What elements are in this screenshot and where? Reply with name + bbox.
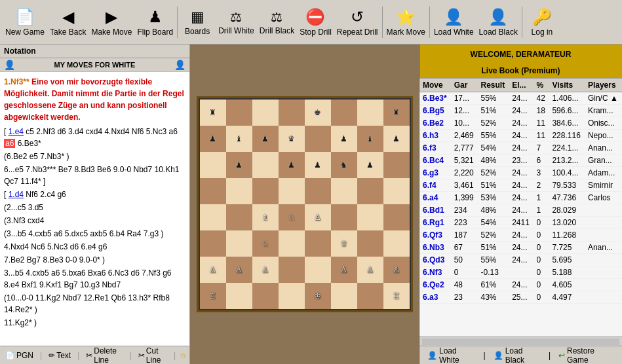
cell-4-4[interactable]: ♙ (305, 204, 331, 230)
cell-2-1[interactable]: ♟ (226, 152, 252, 178)
table-row[interactable]: 6.Rg122354%2411013.020 (419, 217, 622, 229)
table-cell-15-0[interactable]: 6.Qe2 (419, 279, 451, 291)
cell-2-4[interactable]: ♟ (305, 152, 331, 178)
table-row[interactable]: 6.f32,77754%24...7224.1...Anan... (419, 142, 622, 155)
cell-7-7[interactable]: ♖ (383, 283, 410, 309)
cell-0-6[interactable] (357, 100, 383, 126)
cell-5-1[interactable] (226, 230, 252, 257)
cell-2-0[interactable] (200, 152, 226, 178)
cell-4-3[interactable]: ♘ (279, 204, 305, 230)
cell-1-2[interactable]: ♟ (252, 126, 279, 152)
cell-5-2[interactable]: ♘ (252, 230, 279, 257)
moves-table[interactable]: Move Gar Result El... % Visits Players 6… (419, 79, 622, 337)
flip-board-button[interactable]: ♟ Flip Board (134, 7, 176, 38)
boards-button[interactable]: ▦ Boards (179, 7, 216, 37)
cell-5-0[interactable] (200, 230, 226, 257)
delete-line-button[interactable]: ✂ Delete Line (83, 345, 125, 365)
table-cell-8-0[interactable]: 6.a4 (419, 192, 451, 204)
cell-5-7[interactable] (383, 230, 410, 257)
cell-3-6[interactable] (357, 178, 383, 204)
table-row[interactable]: 6.Be210...52%24...11384.6...Onisc... (419, 117, 622, 130)
cell-4-2[interactable]: ♗ (252, 204, 279, 230)
right-load-black-button[interactable]: 👤 Load Black (491, 345, 543, 365)
restore-game-button[interactable]: ↩ Restore Game (556, 345, 617, 365)
cell-6-4[interactable] (305, 257, 331, 283)
table-row[interactable]: 6.a41,39953%24...147.736Carlos (419, 192, 622, 204)
cut-line-button[interactable]: ✂ Cut Line (136, 345, 170, 365)
cell-3-7[interactable] (383, 178, 410, 204)
cell-1-3[interactable]: ♛ (279, 126, 305, 152)
table-cell-2-0[interactable]: 6.Be2 (419, 117, 451, 130)
cell-3-1[interactable] (226, 178, 252, 204)
cell-4-7[interactable] (383, 204, 410, 230)
star-button[interactable]: ☆ (180, 351, 187, 360)
cell-1-4[interactable] (305, 126, 331, 152)
cell-1-6[interactable]: ♝ (357, 126, 383, 152)
cell-0-1[interactable] (226, 100, 252, 126)
drill-black-button[interactable]: ⚖ Drill Black (257, 8, 297, 37)
table-cell-12-0[interactable]: 6.Nb3 (419, 242, 451, 254)
table-row[interactable]: 6.g32,22052%24...3100.4...Adam... (419, 167, 622, 179)
load-white-button[interactable]: 👤 Load White (431, 7, 476, 38)
table-cell-14-0[interactable]: 6.Nf3 (419, 266, 451, 279)
table-cell-10-0[interactable]: 6.Rg1 (419, 217, 451, 229)
drill-white-button[interactable]: ⚖ Drill White (216, 8, 257, 37)
cell-7-0[interactable]: ♖ (200, 283, 226, 309)
table-cell-5-0[interactable]: 6.Bc4 (419, 155, 451, 167)
cell-5-4[interactable] (305, 230, 331, 257)
new-game-button[interactable]: 📄 New Game (3, 7, 47, 38)
right-load-white-button[interactable]: 👤 Load White (425, 345, 478, 365)
cell-6-7[interactable]: ♙ (383, 257, 410, 283)
table-row[interactable]: 6.Be3*17...55%24...421.406...Gin/C ▲ (419, 92, 622, 105)
table-row[interactable]: 6.Bd123448%24...128.029 (419, 204, 622, 217)
stop-drill-button[interactable]: ⛔ Stop Drill (297, 7, 334, 38)
notation-content[interactable]: 1.Nf3** Eine von mir bevorzugte flexible… (0, 72, 189, 346)
cell-5-3[interactable] (279, 230, 305, 257)
table-row[interactable]: 6.f43,46151%24...279.533Smirnir (419, 179, 622, 192)
table-row[interactable]: 6.h32,46955%24...11228.116Nepo... (419, 130, 622, 142)
cell-3-5[interactable] (331, 178, 357, 204)
cell-3-2[interactable] (252, 178, 279, 204)
cell-3-0[interactable] (200, 178, 226, 204)
table-row[interactable]: 6.Qd35055%24...05.695 (419, 254, 622, 266)
cell-7-4[interactable]: ♔ (305, 283, 331, 309)
cell-6-0[interactable]: ♙ (200, 257, 226, 283)
cell-6-3[interactable] (279, 257, 305, 283)
cell-1-7[interactable]: ♟ (383, 126, 410, 152)
cell-4-0[interactable] (200, 204, 226, 230)
load-black-button[interactable]: 👤 Load Black (476, 7, 520, 38)
cell-1-0[interactable]: ♟ (200, 126, 226, 152)
cell-3-3[interactable] (279, 178, 305, 204)
cell-0-5[interactable] (331, 100, 357, 126)
table-cell-6-0[interactable]: 6.g3 (419, 167, 451, 179)
table-cell-4-0[interactable]: 6.f3 (419, 142, 451, 155)
table-cell-1-0[interactable]: 6.Bg5 (419, 105, 451, 117)
cell-2-3[interactable]: ♟ (279, 152, 305, 178)
cell-7-5[interactable] (331, 283, 357, 309)
table-row[interactable]: 6.Nb36751%24...07.725Anan... (419, 242, 622, 254)
text-button[interactable]: ✏ Text (46, 350, 73, 361)
cell-0-4[interactable]: ♚ (305, 100, 331, 126)
table-cell-11-0[interactable]: 6.Qf3 (419, 229, 451, 242)
cell-6-5[interactable]: ♙ (331, 257, 357, 283)
cell-6-1[interactable]: ♙ (226, 257, 252, 283)
cell-7-2[interactable] (252, 283, 279, 309)
cell-0-7[interactable]: ♜ (383, 100, 410, 126)
cell-6-2[interactable]: ♙ (252, 257, 279, 283)
cell-5-5[interactable]: ♕ (331, 230, 357, 257)
table-row[interactable]: 6.Bc45,32148%23...6213.2...Gran... (419, 155, 622, 167)
table-row[interactable]: 6.a32343%25...04.497 (419, 291, 622, 304)
cell-4-5[interactable] (331, 204, 357, 230)
table-cell-0-0[interactable]: 6.Be3* (419, 92, 451, 105)
cell-4-1[interactable] (226, 204, 252, 230)
cell-0-3[interactable] (279, 100, 305, 126)
table-cell-9-0[interactable]: 6.Bd1 (419, 204, 451, 217)
cell-7-3[interactable] (279, 283, 305, 309)
cell-7-1[interactable] (226, 283, 252, 309)
cell-0-0[interactable]: ♜ (200, 100, 226, 126)
log-in-button[interactable]: 🔑 Log in (524, 7, 560, 38)
pgn-button[interactable]: 📄 PGN (3, 350, 36, 361)
table-row[interactable]: 6.Bg512...51%24...18596.6...Kram... (419, 105, 622, 117)
cell-2-6[interactable]: ♟ (357, 152, 383, 178)
cell-2-7[interactable] (383, 152, 410, 178)
